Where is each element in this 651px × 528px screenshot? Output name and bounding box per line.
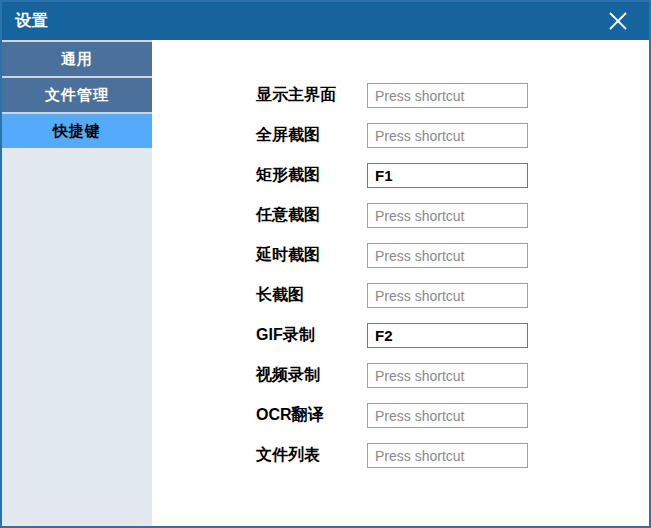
shortcut-input-video-recording[interactable] — [367, 363, 528, 388]
shortcut-row-gif-recording: GIF录制 — [256, 323, 649, 348]
shortcut-label: 显示主界面 — [256, 85, 367, 106]
sidebar: 通用 文件管理 快捷键 — [2, 40, 152, 526]
shortcut-label: 延时截图 — [256, 245, 367, 266]
shortcut-row-file-list: 文件列表 — [256, 443, 649, 468]
close-button[interactable] — [603, 6, 633, 36]
hotkeys-panel: 显示主界面 全屏截图 矩形截图 任意截图 延时截图 长截图 — [152, 40, 649, 526]
titlebar: 设置 — [2, 2, 649, 40]
shortcut-row-delayed-capture: 延时截图 — [256, 243, 649, 268]
dialog-body: 通用 文件管理 快捷键 显示主界面 全屏截图 矩形截图 任意截图 — [2, 40, 649, 526]
window-title: 设置 — [15, 11, 49, 32]
settings-window: 设置 通用 文件管理 快捷键 显示主界面 全屏截图 矩形截图 — [0, 0, 651, 528]
shortcut-input-show-main[interactable] — [367, 83, 528, 108]
shortcut-label: GIF录制 — [256, 325, 367, 346]
shortcut-label: 矩形截图 — [256, 165, 367, 186]
close-icon — [607, 10, 629, 32]
shortcut-row-show-main: 显示主界面 — [256, 83, 649, 108]
shortcut-label: 长截图 — [256, 285, 367, 306]
sidebar-item-hotkeys[interactable]: 快捷键 — [2, 112, 152, 148]
shortcut-row-freeform-capture: 任意截图 — [256, 203, 649, 228]
shortcut-row-ocr-translate: OCR翻译 — [256, 403, 649, 428]
shortcut-input-ocr-translate[interactable] — [367, 403, 528, 428]
shortcut-row-rectangle-capture: 矩形截图 — [256, 163, 649, 188]
shortcut-label: 全屏截图 — [256, 125, 367, 146]
shortcut-input-file-list[interactable] — [367, 443, 528, 468]
shortcut-row-fullscreen-capture: 全屏截图 — [256, 123, 649, 148]
sidebar-item-file-management[interactable]: 文件管理 — [2, 76, 152, 112]
shortcut-input-long-capture[interactable] — [367, 283, 528, 308]
shortcut-label: 视频录制 — [256, 365, 367, 386]
shortcut-input-rectangle-capture[interactable] — [367, 163, 528, 188]
shortcut-label: OCR翻译 — [256, 405, 367, 426]
shortcut-input-fullscreen-capture[interactable] — [367, 123, 528, 148]
shortcut-row-video-recording: 视频录制 — [256, 363, 649, 388]
shortcut-label: 文件列表 — [256, 445, 367, 466]
shortcut-label: 任意截图 — [256, 205, 367, 226]
shortcut-input-freeform-capture[interactable] — [367, 203, 528, 228]
shortcut-input-gif-recording[interactable] — [367, 323, 528, 348]
shortcut-input-delayed-capture[interactable] — [367, 243, 528, 268]
sidebar-item-general[interactable]: 通用 — [2, 40, 152, 76]
shortcut-row-long-capture: 长截图 — [256, 283, 649, 308]
